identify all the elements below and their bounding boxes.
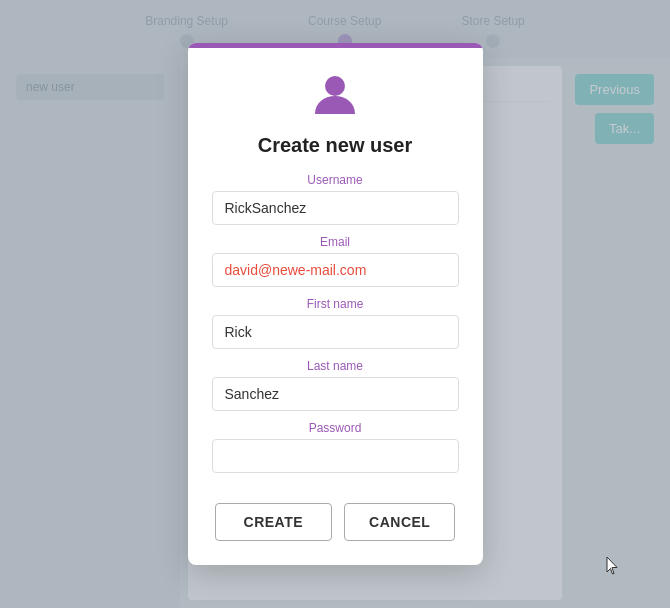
username-group: Username <box>212 173 459 225</box>
svg-point-0 <box>325 76 345 96</box>
lastname-group: Last name <box>212 359 459 411</box>
cancel-button[interactable]: CANCEL <box>344 503 455 541</box>
create-button[interactable]: CREATE <box>215 503 333 541</box>
modal-form: Username Email First name Last name Pass… <box>188 173 483 483</box>
user-icon <box>309 68 361 120</box>
create-user-modal: Create new user Username Email First nam… <box>188 43 483 565</box>
email-input[interactable] <box>212 253 459 287</box>
modal-buttons: CREATE CANCEL <box>215 503 456 541</box>
lastname-input[interactable] <box>212 377 459 411</box>
username-label: Username <box>212 173 459 187</box>
modal-overlay: Create new user Username Email First nam… <box>0 0 670 608</box>
modal-title: Create new user <box>258 134 413 157</box>
firstname-input[interactable] <box>212 315 459 349</box>
cursor <box>606 556 618 576</box>
firstname-label: First name <box>212 297 459 311</box>
password-input[interactable] <box>212 439 459 473</box>
password-label: Password <box>212 421 459 435</box>
modal-icon-wrapper <box>309 68 361 124</box>
email-label: Email <box>212 235 459 249</box>
username-input[interactable] <box>212 191 459 225</box>
modal-top-bar <box>188 43 483 48</box>
email-group: Email <box>212 235 459 287</box>
password-group: Password <box>212 421 459 473</box>
firstname-group: First name <box>212 297 459 349</box>
lastname-label: Last name <box>212 359 459 373</box>
